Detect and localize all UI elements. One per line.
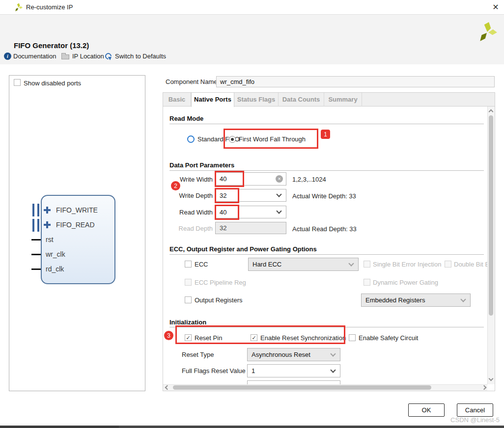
ecc-type-dropdown: Hard ECC — [248, 258, 359, 271]
ecc-type-value: Hard ECC — [252, 261, 281, 268]
single-bit-error-injection-label: Single Bit Error Injection — [373, 261, 441, 268]
tab-data-counts[interactable]: Data Counts — [279, 93, 324, 107]
chevron-down-icon — [460, 296, 466, 302]
reset-type-label: Reset Type — [182, 351, 214, 358]
full-flags-reset-value: 1 — [252, 367, 255, 374]
reset-type-value: Asynchronous Reset — [252, 351, 310, 358]
enable-reset-synchronization-checkbox[interactable]: ✓ — [251, 334, 257, 341]
page-title: FIFO Generator (13.2) — [14, 41, 89, 50]
output-register-type-value: Embedded Registers — [365, 296, 425, 304]
full-flags-reset-value-label: Full Flags Reset Value — [182, 367, 246, 374]
folder-icon — [61, 54, 69, 59]
xilinx-logo — [477, 22, 497, 43]
section-ecc-options: ECC, Output Register and Power Gating Op… — [169, 245, 317, 253]
output-registers-checkbox[interactable] — [185, 296, 192, 303]
divider — [169, 170, 484, 171]
ecc-label: ECC — [195, 261, 208, 268]
clear-icon[interactable]: ✕ — [276, 175, 283, 183]
reset-pin-label: Reset Pin — [195, 334, 222, 342]
cancel-button[interactable]: Cancel — [457, 403, 493, 417]
dynamic-power-gating-label: Dynamic Power Gating — [373, 279, 438, 286]
expand-plus-icon[interactable] — [44, 221, 51, 228]
bus-port-fifo-write[interactable]: FIFO_WRITE — [56, 206, 98, 214]
divider — [169, 254, 484, 255]
chevron-down-icon — [348, 261, 354, 266]
ecc-pipeline-reg-checkbox — [185, 279, 192, 286]
section-data-port-parameters: Data Port Parameters — [169, 161, 234, 169]
write-width-value: 40 — [220, 175, 226, 183]
pin-stub — [31, 239, 41, 241]
expand-plus-icon[interactable] — [44, 207, 51, 214]
bus-icon — [32, 219, 39, 232]
write-width-label: Write Width — [169, 176, 213, 183]
title-bar: Re-customize IP ✕ — [0, 0, 504, 15]
read-width-value: 40 — [220, 209, 226, 216]
actual-read-depth: Actual Read Depth: 33 — [292, 225, 357, 233]
read-width-label: Read Width — [169, 209, 213, 216]
section-read-mode: Read Mode — [169, 115, 203, 122]
taskbar-edge-segment — [0, 426, 119, 428]
output-registers-label: Output Registers — [195, 296, 243, 304]
standard-fifo-radio[interactable] — [187, 135, 195, 143]
show-disabled-ports-label: Show disabled ports — [24, 80, 81, 87]
divider — [169, 327, 484, 327]
component-name-label: Component Name — [166, 78, 218, 85]
write-depth-dropdown[interactable]: 32 — [215, 189, 286, 202]
first-word-fall-through-label: First Word Fall Through — [239, 135, 306, 143]
tab-native-ports[interactable]: Native Ports — [191, 93, 234, 107]
ecc-checkbox[interactable] — [185, 261, 192, 268]
show-disabled-ports-checkbox[interactable] — [14, 79, 21, 86]
double-bit-error-injection-checkbox — [445, 261, 451, 268]
tab-status-flags[interactable]: Status Flags — [234, 93, 279, 107]
read-depth-label: Read Depth — [169, 225, 213, 232]
read-width-dropdown[interactable]: 40 — [215, 206, 286, 218]
annotation-badge-3: 3 — [164, 331, 173, 340]
full-flags-reset-value-dropdown[interactable]: 1 — [247, 364, 340, 377]
tab-summary[interactable]: Summary — [324, 93, 362, 107]
chevron-down-icon — [276, 208, 281, 214]
component-name-input[interactable]: wr_cmd_fifo — [216, 76, 495, 87]
write-depth-value: 32 — [220, 192, 226, 199]
first-word-fall-through-radio[interactable] — [229, 136, 236, 143]
chevron-down-icon — [330, 351, 336, 356]
divider — [169, 124, 484, 124]
section-initialization: Initialization — [169, 319, 206, 326]
xilinx-window-icon — [14, 3, 23, 12]
ecc-pipeline-reg-label: ECC Pipeline Reg — [195, 279, 246, 286]
write-depth-label: Write Depth — [169, 192, 213, 199]
tab-bar: Basic Native Ports Status Flags Data Cou… — [163, 93, 495, 107]
pin-rd-clk: rd_clk — [46, 265, 64, 273]
tab-basic[interactable]: Basic — [163, 93, 191, 107]
pin-stub — [31, 254, 41, 255]
reset-pin-checkbox[interactable]: ✓ — [185, 334, 192, 341]
enable-safety-circuit-label: Enable Safety Circuit — [359, 334, 418, 342]
documentation-button[interactable]: Documentation — [13, 53, 56, 60]
write-width-hint: 1,2,3,..1024 — [292, 176, 326, 183]
ok-button[interactable]: OK — [408, 403, 445, 417]
read-depth-value: 32 — [220, 224, 226, 232]
annotation-badge-1: 1 — [321, 130, 330, 139]
recustomize-ip-dialog: Re-customize IP ✕ FIFO Generator (13.2) … — [0, 0, 504, 428]
reset-type-dropdown: Asynchronous Reset — [247, 348, 340, 361]
single-bit-error-injection-checkbox — [364, 261, 370, 268]
pin-stub — [31, 268, 41, 270]
chevron-down-icon — [276, 191, 281, 197]
pin-rst: rst — [46, 236, 54, 243]
actual-write-depth: Actual Write Depth: 33 — [292, 192, 356, 200]
watermark: CSDN @Linest-5 — [445, 416, 500, 424]
double-bit-error-injection-label: Double Bit E — [454, 261, 489, 268]
chevron-down-icon — [330, 367, 336, 373]
close-icon[interactable]: ✕ — [489, 1, 502, 13]
switch-to-defaults-button[interactable]: Switch to Defaults — [115, 53, 166, 60]
pin-wr-clk: wr_clk — [46, 250, 65, 258]
ip-location-button[interactable]: IP Location — [72, 53, 104, 60]
read-depth-input: 32 — [215, 222, 286, 234]
enable-reset-synchronization-label: Enable Reset Synchronization — [260, 334, 346, 342]
bus-icon — [32, 204, 39, 216]
dynamic-power-gating-checkbox — [364, 279, 370, 286]
vertical-scrollbar-thumb[interactable] — [489, 115, 493, 316]
bus-port-fifo-read[interactable]: FIFO_READ — [56, 221, 95, 229]
horizontal-scrollbar-thumb[interactable] — [173, 385, 431, 390]
enable-safety-circuit-checkbox[interactable] — [349, 334, 356, 341]
write-width-input[interactable]: 40 ✕ — [215, 172, 286, 186]
